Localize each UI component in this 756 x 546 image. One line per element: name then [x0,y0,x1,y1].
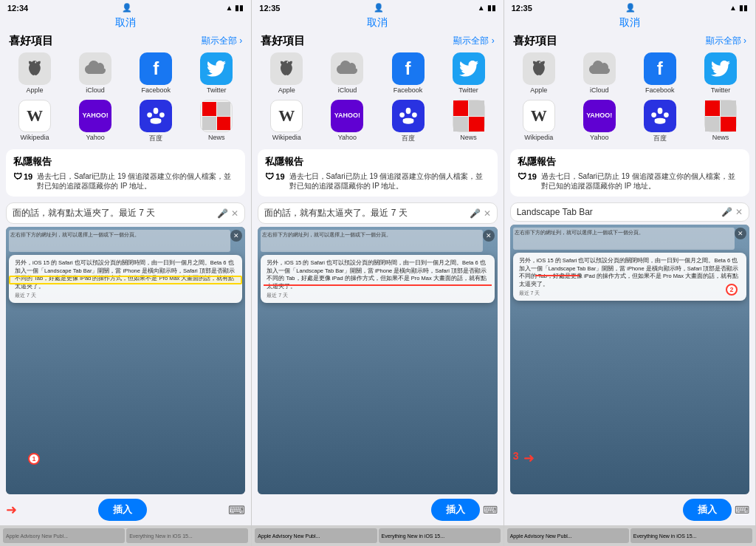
tab-thumb-5[interactable]: Apple Advisory New Publ... [507,528,629,543]
baidu-label-1: 百度 [149,134,162,143]
show-all-3[interactable]: 顯示全部 › [706,35,746,47]
status-bar-3: 12:35 👤 ▲ ▮▮ [504,0,755,14]
clear-icon-1[interactable]: ✕ [231,208,238,219]
favorites-title-2: 喜好項目 [261,34,305,48]
step-number-2: 2 [726,284,738,296]
app-icloud-1[interactable]: iCloud [66,52,124,94]
app-apple-2[interactable]: Apple [258,52,315,94]
status-bar-2: 12:35 👤 ▲ ▮▮ [252,0,503,14]
clear-icon-2[interactable]: ✕ [484,208,491,219]
news-label-2: News [460,134,477,141]
yahoo-icon-1: YAHOO! [79,100,111,132]
app-apple-1[interactable]: Apple [6,52,63,94]
app-icloud-3[interactable]: iCloud [571,52,628,94]
privacy-content-3: 🛡 19 過去七日，Safari已防止 19 個追蹤器建立你的個人檔案，並對已知… [518,171,742,191]
screenshot-bg-2: ✕ 左右排下方的網址列，就可以選擇上一個或下一個分頁。 另外，iOS 15 的 … [258,227,497,494]
app-yahoo-3[interactable]: YAHOO! Yahoo [571,100,628,143]
tab-thumb-3[interactable]: Apple Advisory New Publ... [255,528,377,543]
app-baidu-2[interactable]: 百度 [379,100,436,143]
app-twitter-2[interactable]: Twitter [440,52,498,94]
show-all-1[interactable]: 顯示全部 › [202,35,242,47]
status-bar-1: 12:34 👤 ▲ ▮▮ [0,0,251,14]
mic-icon-1[interactable]: 🎤 [217,208,228,219]
privacy-count-3: 19 [528,172,537,181]
news-label-3: News [712,134,729,141]
close-x-3[interactable]: ✕ [735,228,746,239]
wikipedia-label-2: Wikipedia [272,134,301,141]
show-all-2[interactable]: 顯示全部 › [453,35,494,47]
svg-point-6 [657,108,662,114]
insert-btn-area-1: ➜ 插入 ⌨ [0,494,251,525]
bottom-bar-1: Apple Advisory New Publ... Everything Ne… [0,525,251,546]
cancel-row-2: 取消 [252,14,503,31]
facebook-icon-3: f [644,52,676,85]
svg-point-0 [154,108,159,114]
insert-button-3[interactable]: 插入 [683,499,732,521]
keyboard-icon-1[interactable]: ⌨ [228,503,245,517]
cancel-row-1: 取消 [0,14,251,31]
search-bar-1[interactable]: 面的話，就有點太逼夾了。最近 7 天 🎤 ✕ [6,202,245,224]
app-wikipedia-2[interactable]: W Wikipedia [258,100,315,143]
privacy-text-3: 過去七日，Safari已防止 19 個追蹤器建立你的個人檔案，並對已知的追蹤器隱… [541,171,742,191]
wikipedia-icon-2: W [270,100,303,132]
news-icon-3 [704,100,737,132]
mic-icon-3[interactable]: 🎤 [721,207,732,217]
red-arrow-3: ➜ [523,450,535,466]
app-yahoo-2[interactable]: YAHOO! Yahoo [318,100,376,143]
app-wikipedia-1[interactable]: W Wikipedia [6,100,63,143]
svg-point-7 [651,112,656,117]
app-news-1[interactable]: News [188,100,245,143]
content-card-2: 另外，iOS 15 的 Safari 也可以預設分頁的關閉時間，由一日到一個月之… [261,255,494,303]
app-facebook-2[interactable]: f Facebook [379,52,436,94]
card-text-3a: 另外，iOS 15 的 Safari 也可以預設分頁的關閉時間，由一日到一個月之… [519,257,740,288]
app-apple-3[interactable]: Apple [510,52,568,94]
search-bar-2[interactable]: 面的話，就有點太逼夾了。最近 7 天 🎤 ✕ [258,202,497,224]
tab-thumb-4[interactable]: Everything New in iOS 15... [379,528,501,543]
wikipedia-icon-1: W [18,100,51,132]
app-facebook-1[interactable]: f Facebook [127,52,185,94]
cancel-button-1[interactable]: 取消 [115,16,136,30]
person-icon-2: 👤 [374,3,384,13]
cursor-icon-3[interactable]: ⌨ [735,504,749,516]
cursor-icon-2[interactable]: ⌨ [483,504,498,516]
favorites-title-1: 喜好項目 [9,34,53,48]
close-x-2[interactable]: ✕ [483,230,495,242]
tab-thumb-2[interactable]: Everything New in iOS 15... [126,528,248,543]
wifi-icon-3: ▲ [729,4,737,12]
baidu-label-2: 百度 [402,134,415,143]
facebook-label-2: Facebook [394,86,423,94]
icloud-label-2: iCloud [338,86,357,94]
clear-icon-3[interactable]: ✕ [735,207,743,217]
insert-button-2[interactable]: 插入 [431,499,480,521]
icloud-icon-2 [331,52,363,85]
news-label-1: News [208,134,225,141]
close-x-1[interactable]: ✕ [230,230,242,242]
app-baidu-1[interactable]: 百度 [127,100,185,143]
status-icons-3: ▲ ▮▮ [729,4,748,12]
app-yahoo-1[interactable]: YAHOO! Yahoo [66,100,124,143]
apple-label-2: Apple [278,86,295,94]
app-grid-row2-1: W Wikipedia YAHOO! Yahoo 百度 [0,97,251,146]
tab-thumb-6[interactable]: Everything New in iOS 15... [630,528,752,543]
app-facebook-3[interactable]: f Facebook [631,52,689,94]
app-twitter-3[interactable]: Twitter [692,52,749,94]
app-twitter-1[interactable]: Twitter [188,52,245,94]
app-baidu-3[interactable]: 百度 [631,100,689,143]
search-text-2: 面的話，就有點太逼夾了。最近 7 天 [264,207,466,219]
app-news-3[interactable]: News [692,100,749,143]
date-text-3: 最近 7 天 [519,290,740,296]
thumbnail-2: 左右排下方的網址列，就可以選擇上一個或下一個分頁。 [261,230,482,252]
cancel-button-2[interactable]: 取消 [367,16,388,30]
twitter-icon-2 [453,52,485,85]
tab-thumb-1[interactable]: Apple Advisory New Publ... [3,528,125,543]
card-text-2: 另外，iOS 15 的 Safari 也可以預設分頁的關閉時間，由一日到一個月之… [267,259,488,290]
search-text-3: Landscape Tab Bar [517,207,718,217]
insert-button-1[interactable]: 插入 [98,499,147,521]
mic-icon-2[interactable]: 🎤 [470,208,481,219]
app-wikipedia-3[interactable]: W Wikipedia [510,100,568,143]
search-bar-3[interactable]: Landscape Tab Bar 🎤 ✕ [510,202,749,222]
app-news-2[interactable]: News [440,100,498,143]
app-icloud-2[interactable]: iCloud [318,52,376,94]
cancel-button-3[interactable]: 取消 [619,16,640,30]
shield-icon-3: 🛡 [518,171,526,182]
